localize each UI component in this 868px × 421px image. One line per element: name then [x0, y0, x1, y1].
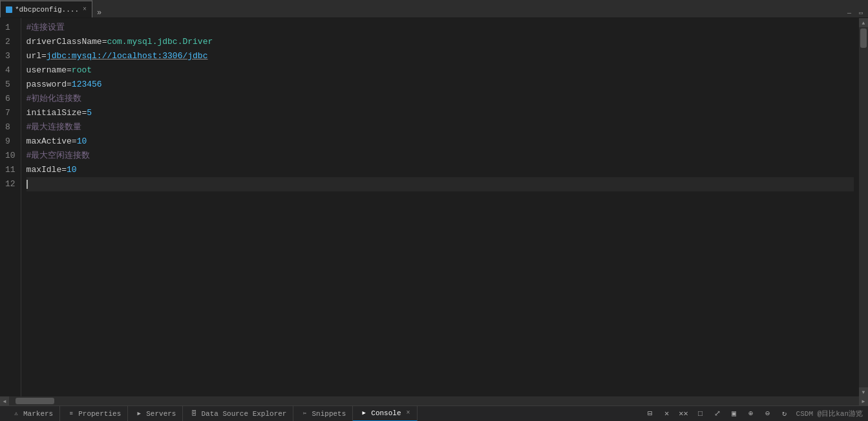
token-value-blue: root — [72, 63, 92, 78]
status-tab-console[interactable]: ▶Console× — [353, 406, 417, 422]
token-comment: #最大连接数量 — [26, 120, 82, 135]
status-tab-label-snippets: Snippets — [312, 410, 346, 418]
stop-btn[interactable]: ⊟ — [644, 407, 657, 420]
code-line: driverClassName=com.mysql.jdbc.Driver — [26, 35, 854, 49]
line-number: 9 — [5, 135, 16, 149]
line-number: 4 — [5, 63, 16, 78]
status-tab-label-datasource: Data Source Explorer — [201, 410, 286, 418]
status-tab-servers[interactable]: ▶Servers — [128, 406, 183, 422]
status-tab-close-console[interactable]: × — [407, 409, 410, 416]
code-line: #初始化连接数 — [26, 92, 854, 106]
tab-icon-dbcp — [6, 6, 12, 13]
token-key: driverClassName= — [26, 35, 107, 49]
token-value-number: 10 — [67, 163, 77, 177]
token-comment: #连接设置 — [26, 21, 65, 35]
status-bar: ⚠Markers≡Properties▶Servers🗄Data Source … — [0, 405, 868, 421]
status-tab-properties[interactable]: ≡Properties — [60, 406, 128, 422]
scrollbar-horizontal[interactable]: ◀ ▶ — [0, 396, 868, 405]
text-cursor — [26, 180, 28, 189]
line-number: 8 — [5, 120, 16, 135]
status-tab-icon-datasource: 🗄 — [189, 409, 198, 418]
restore-view-btn[interactable]: ▣ — [728, 407, 741, 420]
scroll-h-track[interactable] — [9, 396, 859, 405]
token-value-blue: com.mysql.jdbc.Driver — [107, 35, 213, 49]
minimize-btn[interactable]: — — [845, 8, 854, 17]
code-line: #连接设置 — [26, 21, 854, 35]
token-key: maxActive= — [26, 135, 77, 149]
status-tab-label-properties: Properties — [78, 410, 121, 418]
tab-bar: BaseDao.javaexample01.javaexample02.java… — [0, 0, 868, 18]
status-tab-label-markers: Markers — [23, 410, 53, 418]
line-number: 3 — [5, 49, 16, 63]
line-numbers: 123456789101112 — [0, 18, 21, 396]
token-key: username= — [26, 63, 72, 78]
token-key: password= — [26, 78, 72, 92]
tabs-container: BaseDao.javaexample01.javaexample02.java… — [0, 0, 93, 17]
maximize-view-btn[interactable]: ⤢ — [711, 407, 724, 420]
close-all-btn[interactable]: ✕✕ — [677, 407, 690, 420]
scroll-right-arrow[interactable]: ▶ — [859, 396, 868, 405]
scroll-h-thumb[interactable] — [16, 398, 54, 404]
tab-close-dbcp[interactable]: × — [83, 6, 87, 13]
line-number: 7 — [5, 106, 16, 120]
status-tab-icon-console: ▶ — [359, 409, 368, 418]
status-right-text: CSDM @目比kan游览 — [796, 409, 863, 418]
status-tab-label-servers: Servers — [146, 410, 176, 418]
restore-btn[interactable]: ▭ — [856, 8, 865, 17]
token-comment: #初始化连接数 — [26, 92, 82, 106]
code-line: password=123456 — [26, 78, 854, 92]
code-line: #最大空闲连接数 — [26, 149, 854, 163]
code-line: maxIdle=10 — [26, 163, 854, 177]
token-url-value: jdbc:mysql://localhost:3306/jdbc — [47, 49, 208, 63]
window-controls: — ▭ — [845, 8, 868, 17]
add-btn[interactable]: ⊕ — [745, 407, 757, 420]
scroll-left-arrow[interactable]: ◀ — [0, 396, 9, 405]
token-value-number: 10 — [77, 135, 87, 149]
refresh-btn[interactable]: ↻ — [778, 407, 791, 420]
code-line: maxActive=10 — [26, 135, 854, 149]
status-tab-datasource[interactable]: 🗄Data Source Explorer — [183, 406, 293, 422]
close-btn[interactable]: ✕ — [661, 407, 673, 420]
token-value-number: 123456 — [72, 78, 102, 92]
line-number: 6 — [5, 92, 16, 106]
tab-label-dbcp: *dbcpconfig.... — [15, 6, 79, 14]
code-line — [26, 177, 854, 191]
tab-dbcp[interactable]: *dbcpconfig....× — [0, 1, 92, 17]
remove-btn[interactable]: ⊖ — [761, 407, 774, 420]
status-tab-snippets[interactable]: ✂Snippets — [293, 406, 353, 422]
token-key: url= — [26, 49, 47, 63]
status-tab-label-console: Console — [371, 409, 401, 417]
token-key: initialSize= — [26, 106, 87, 120]
token-key: maxIdle= — [26, 163, 67, 177]
scroll-up-arrow[interactable]: ▲ — [859, 18, 868, 27]
line-number: 2 — [5, 35, 16, 49]
scroll-thumb[interactable] — [860, 28, 867, 48]
line-number: 11 — [5, 163, 16, 177]
status-tab-icon-markers: ⚠ — [12, 409, 21, 418]
code-area[interactable]: #连接设置driverClassName=com.mysql.jdbc.Driv… — [21, 18, 859, 396]
status-tab-icon-properties: ≡ — [67, 409, 76, 418]
line-number: 1 — [5, 21, 16, 35]
scrollbar-vertical[interactable]: ▲ ▼ — [859, 18, 868, 396]
tab-overflow-btn[interactable]: » — [93, 8, 105, 17]
line-number: 10 — [5, 149, 16, 163]
scroll-down-arrow[interactable]: ▼ — [859, 387, 868, 396]
clear-btn[interactable]: □ — [694, 407, 707, 420]
code-line: initialSize=5 — [26, 106, 854, 120]
status-tab-icon-servers: ▶ — [134, 409, 143, 418]
token-comment: #最大空闲连接数 — [26, 149, 90, 163]
line-number: 12 — [5, 177, 16, 191]
token-value-number: 5 — [87, 106, 92, 120]
status-right: CSDM @目比kan游览 — [796, 409, 863, 418]
editor-container: 123456789101112 #连接设置driverClassName=com… — [0, 18, 868, 396]
code-line: #最大连接数量 — [26, 120, 854, 135]
status-tab-icon-snippets: ✂ — [300, 409, 309, 418]
code-line: username=root — [26, 63, 854, 78]
scroll-track[interactable] — [859, 27, 868, 387]
line-number: 5 — [5, 78, 16, 92]
status-actions: ⊟ ✕ ✕✕ □ ⤢ ▣ ⊕ ⊖ ↻ — [644, 407, 791, 420]
code-line: url=jdbc:mysql://localhost:3306/jdbc — [26, 49, 854, 63]
status-tabs: ⚠Markers≡Properties▶Servers🗄Data Source … — [5, 406, 644, 422]
status-tab-markers[interactable]: ⚠Markers — [5, 406, 60, 422]
editor-scroll: 123456789101112 #连接设置driverClassName=com… — [0, 18, 868, 396]
